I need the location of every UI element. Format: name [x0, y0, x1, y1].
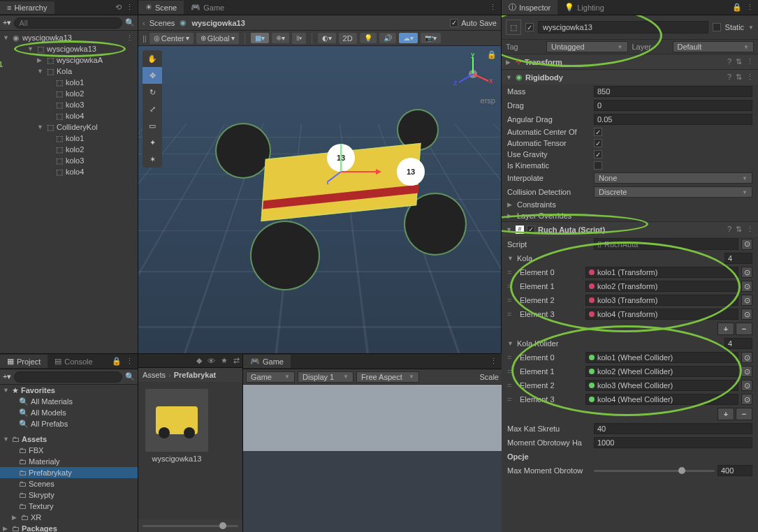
transform-tool-button[interactable]: ✦	[143, 134, 162, 151]
foldout-icon[interactable]: ▼	[37, 124, 44, 131]
angdrag-field[interactable]	[594, 114, 752, 125]
target-button[interactable]: ⊙	[741, 267, 752, 278]
iskin-checkbox[interactable]	[594, 161, 602, 170]
help-icon[interactable]: ?	[727, 57, 731, 66]
folder-row[interactable]: 🗀Materialy	[0, 456, 138, 467]
draw-mode-button[interactable]: ◐▾	[318, 33, 336, 43]
foldout-icon[interactable]: ▼	[506, 74, 513, 81]
mode-2d-button[interactable]: 2D	[339, 33, 357, 44]
scenes-link[interactable]: Scenes	[150, 19, 175, 27]
foldout-icon[interactable]: ▼	[507, 255, 514, 262]
drag-handle-icon[interactable]: =	[507, 310, 517, 318]
foldout-icon[interactable]: ▼	[3, 34, 10, 41]
search-row[interactable]: 🔍All Prefabs	[0, 418, 138, 429]
kola-count-field[interactable]	[724, 253, 752, 264]
eye-icon[interactable]: 👁	[205, 357, 218, 365]
project-tab[interactable]: ▦Project	[0, 355, 48, 368]
maxmoment-field[interactable]	[717, 465, 752, 476]
tag-dropdown[interactable]: Untagged▼	[546, 41, 628, 52]
game-mode-dropdown[interactable]: Game▼	[246, 371, 295, 383]
kola-kolider-label[interactable]: Kola Kolider	[517, 339, 722, 348]
drag-handle-icon[interactable]: =	[507, 367, 517, 376]
search-icon[interactable]: 🔍	[125, 18, 135, 27]
tree-row[interactable]: ⬚kolo4	[0, 166, 138, 177]
breadcrumb-item[interactable]: wyscigowka13	[191, 19, 245, 27]
rect-tool-button[interactable]: ▭	[143, 117, 162, 134]
lock-icon[interactable]: ⟲	[115, 3, 122, 12]
folder-row[interactable]: 🗀Scenes	[0, 478, 138, 489]
drag-field[interactable]	[594, 100, 752, 111]
target-button[interactable]: ⊙	[741, 295, 752, 306]
mass-field[interactable]	[594, 86, 752, 97]
gameobject-icon[interactable]: ⬚	[506, 20, 521, 35]
static-dropdown-icon[interactable]: ▼	[748, 24, 754, 31]
kolider-count-field[interactable]	[724, 338, 752, 349]
object-name-input[interactable]	[538, 21, 708, 34]
pivot-toggle[interactable]: ◎Center▾	[150, 33, 194, 44]
preset-icon[interactable]: ⇅	[736, 73, 742, 82]
thumb-size-slider[interactable]	[143, 525, 238, 527]
menu-icon[interactable]: ⋮	[746, 73, 754, 82]
slider-icon[interactable]: ⇄	[231, 356, 242, 365]
kola-element-field[interactable]: kolo1 (Transform)	[585, 267, 738, 278]
project-search-input[interactable]	[14, 371, 122, 383]
rigidbody-header[interactable]: ▼ ◉ Rigidbody ?⇅⋮	[502, 70, 758, 84]
interp-dropdown[interactable]: None▼	[594, 172, 752, 184]
kolider-element-field[interactable]: kolo4 (Wheel Collider)	[585, 394, 738, 405]
tree-row[interactable]: ⬚kolo3	[0, 155, 138, 166]
constraints-label[interactable]: Constraints	[517, 200, 556, 209]
drag-handle-icon[interactable]: =	[507, 353, 517, 362]
increment-button[interactable]: ⫴▾	[292, 33, 306, 44]
foldout-icon[interactable]: ▼	[37, 68, 44, 75]
hierarchy-search-input[interactable]	[14, 17, 122, 29]
tree-row[interactable]: ⬚kolo1	[0, 77, 138, 88]
breadcrumb-folder[interactable]: Prefabrykat	[174, 371, 217, 379]
transform-header[interactable]: ▶ ⊹ Transform ?⇅⋮	[502, 54, 758, 69]
fx-button[interactable]: ☁▾	[399, 33, 418, 43]
lighting-button[interactable]: 💡	[360, 33, 377, 43]
target-button[interactable]: ⊙	[741, 352, 752, 363]
foldout-icon[interactable]: ▶	[507, 201, 514, 208]
menu-icon[interactable]: ⋮	[746, 57, 754, 66]
usegrav-checkbox[interactable]	[594, 150, 602, 158]
scene-tab[interactable]: ☀ Scene	[138, 1, 184, 14]
star-filter-icon[interactable]: ★	[218, 356, 231, 365]
menu-icon[interactable]: ⋮	[126, 357, 133, 366]
colldet-dropdown[interactable]: Discrete▼	[594, 186, 752, 198]
game-tab[interactable]: 🎮 Game	[184, 1, 231, 14]
search-row[interactable]: 🔍All Models	[0, 407, 138, 418]
drag-handle-icon[interactable]: =	[507, 381, 517, 390]
tree-row[interactable]: ⬚kolo4	[0, 110, 138, 121]
tree-row[interactable]: ⬚kolo1	[0, 133, 138, 144]
array-add-button[interactable]: +	[717, 408, 734, 420]
active-checkbox[interactable]	[525, 23, 534, 31]
folder-row[interactable]: 🗀Prefabrykaty	[0, 467, 138, 478]
search-row[interactable]: 🔍All Materials	[0, 396, 138, 407]
kolider-element-field[interactable]: kolo1 (Wheel Collider)	[585, 352, 738, 363]
persp-label[interactable]: ersp	[481, 96, 495, 105]
lighting-tab[interactable]: 💡 Lighting	[557, 1, 611, 14]
scale-tool-button[interactable]: ⤢	[143, 101, 162, 117]
menu-icon[interactable]: ⋮	[746, 3, 754, 12]
rotate-tool-button[interactable]: ↻	[143, 84, 162, 101]
favorites-row[interactable]: ▼★Favorites	[0, 385, 138, 396]
script-field[interactable]: ▯RuchAuta	[594, 238, 738, 250]
kola-element-field[interactable]: kolo2 (Transform)	[585, 281, 738, 292]
tree-row[interactable]: ⬚kolo2	[0, 144, 138, 155]
kola-element-field[interactable]: kolo4 (Transform)	[585, 309, 738, 320]
help-icon[interactable]: ?	[727, 225, 731, 234]
target-button[interactable]: ⊙	[741, 281, 752, 292]
lock-icon[interactable]: 🔒	[732, 3, 742, 12]
asset-grid[interactable]: wyscigowka13	[138, 382, 242, 519]
grid-button[interactable]: ▦▾	[251, 33, 269, 43]
kola-element-field[interactable]: kolo3 (Transform)	[585, 295, 738, 306]
tree-row-root[interactable]: ▼ ⬚ wyscigowka13	[0, 43, 138, 54]
back-icon[interactable]: ‹	[143, 19, 145, 27]
packages-row[interactable]: ▶🗀Packages	[0, 523, 138, 532]
menu-icon[interactable]: ⋮	[126, 3, 133, 12]
game-tab[interactable]: 🎮Game	[243, 355, 291, 368]
target-button[interactable]: ⊙	[741, 309, 752, 320]
preset-icon[interactable]: ⇅	[736, 225, 742, 234]
menu-icon[interactable]: ⋮	[489, 3, 497, 12]
custom-tool-button[interactable]: ✶	[143, 151, 162, 168]
